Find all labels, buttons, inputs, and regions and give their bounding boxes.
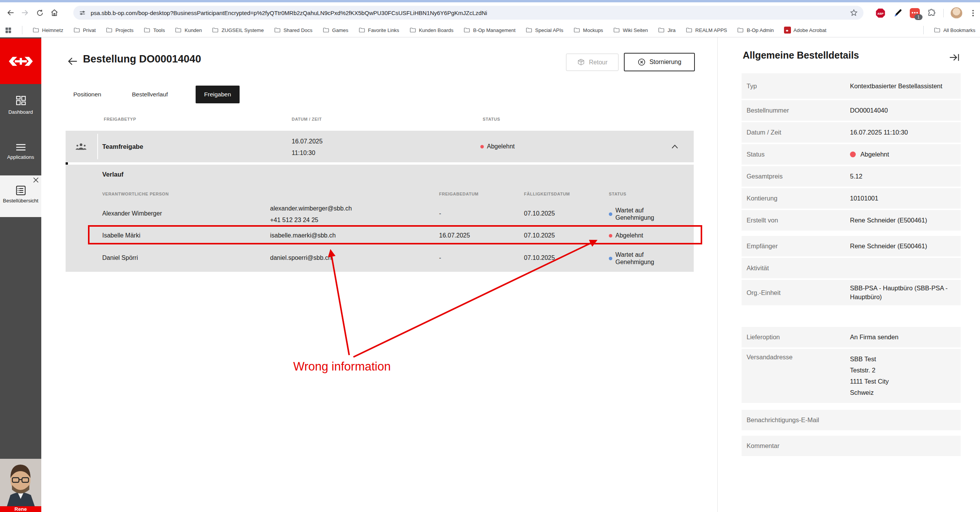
extensions-puzzle-icon[interactable] bbox=[927, 8, 936, 18]
field-value: An Firma senden bbox=[850, 333, 961, 342]
sidebar-item-label: Bestellübersicht bbox=[0, 198, 41, 204]
pen-extension-icon[interactable] bbox=[893, 8, 903, 18]
bookmark-item[interactable]: Jira bbox=[658, 27, 676, 34]
folder-icon bbox=[409, 27, 416, 34]
bookmark-label: Favorite Links bbox=[368, 27, 399, 33]
field-value: Kontextbasierter Bestellassistent bbox=[850, 82, 961, 91]
field-label: Benachrichtigungs-E-Mail bbox=[742, 416, 850, 424]
page-back-button[interactable] bbox=[67, 56, 78, 67]
bookmark-item[interactable]: B-Op Management bbox=[463, 27, 515, 34]
bookmark-item[interactable]: REALM APPS bbox=[686, 27, 727, 34]
detail-row: Benachrichtigungs-E-Mail bbox=[742, 410, 961, 430]
verlauf-section: Verlauf VERANTWORTLICHE PERSON FREIGABED… bbox=[66, 165, 694, 272]
forward-icon bbox=[21, 8, 29, 17]
status-label: Abgelehnt bbox=[860, 151, 889, 158]
approval-group-row[interactable]: Teamfreigabe 16.07.2025 11:10:30 Abgeleh… bbox=[66, 131, 694, 162]
annotation-text: Wrong information bbox=[293, 360, 391, 374]
column-header-faelligkeitsdatum: FÄLLIGKEITSDATUM bbox=[524, 192, 570, 196]
bookmark-item[interactable]: Special APIs bbox=[525, 27, 563, 34]
stornierung-button[interactable]: Stornierung bbox=[624, 53, 695, 71]
url-bar[interactable]: psa.sbb.b-op.com/bop-desktop?BusinessPar… bbox=[73, 6, 863, 20]
person-name: Alexander Wimberger bbox=[102, 210, 162, 217]
detail-row: Kontierung10101001 bbox=[742, 188, 961, 209]
url-text: psa.sbb.b-op.com/bop-desktop?BusinessPar… bbox=[91, 10, 850, 16]
address-line: Schweiz bbox=[850, 387, 958, 398]
folder-icon bbox=[573, 27, 580, 34]
sidebar-item-bestelluebersicht[interactable]: Bestellübersicht bbox=[0, 175, 41, 217]
field-value-status: Abgelehnt bbox=[850, 150, 961, 159]
bookmark-item[interactable]: Wiki Seiten bbox=[613, 27, 648, 34]
browser-profile-avatar[interactable] bbox=[951, 7, 962, 19]
site-settings-icon[interactable] bbox=[79, 9, 86, 17]
collapse-panel-button[interactable] bbox=[948, 52, 960, 63]
bookmark-item[interactable]: Heimnetz bbox=[32, 27, 63, 34]
bookmark-item[interactable]: Privat bbox=[73, 27, 96, 34]
sidebar-item-dashboard[interactable]: Dashboard bbox=[0, 95, 41, 115]
bookmark-item[interactable]: Mockups bbox=[573, 27, 603, 34]
bookmark-item[interactable]: Projects bbox=[106, 27, 133, 34]
person-email: daniel.spoerri@sbb.ch bbox=[270, 254, 331, 261]
due-date: 07.10.2025 bbox=[524, 210, 555, 217]
bookmark-item[interactable]: Tools bbox=[144, 27, 165, 34]
reload-button[interactable] bbox=[32, 5, 47, 20]
bookmark-star-icon[interactable] bbox=[850, 8, 858, 17]
extensions-row: ABP 1 bbox=[875, 5, 977, 22]
tab-bestellverlauf[interactable]: Bestellverlauf bbox=[132, 86, 168, 103]
tab-positionen[interactable]: Positionen bbox=[73, 86, 101, 103]
bookmark-label: Wiki Seiten bbox=[623, 27, 648, 33]
close-icon[interactable] bbox=[32, 176, 40, 184]
sbb-logo[interactable] bbox=[0, 39, 41, 84]
back-button[interactable] bbox=[3, 5, 18, 20]
field-label: Erstellt von bbox=[742, 217, 850, 224]
field-label: Lieferoption bbox=[742, 333, 850, 341]
bookmarks-bar: Heimnetz Privat Projects Tools Kunden ZU… bbox=[0, 23, 980, 37]
field-label: Aktivität bbox=[742, 264, 850, 272]
team-icon bbox=[76, 143, 86, 150]
status-label: Wartet auf Genehmigung bbox=[615, 251, 666, 266]
user-photo bbox=[0, 459, 41, 506]
apps-grid-icon[interactable] bbox=[5, 27, 12, 34]
tab-label: Positionen bbox=[73, 91, 101, 98]
status-dot bbox=[480, 145, 484, 148]
folder-icon bbox=[144, 27, 150, 34]
bookmark-item[interactable]: Kunden bbox=[175, 27, 202, 34]
browser-menu-icon[interactable] bbox=[969, 9, 977, 17]
home-button[interactable] bbox=[47, 5, 62, 20]
details-fields: TypKontextbasierter Bestellassistent Bes… bbox=[742, 73, 961, 458]
bookmark-label: Kunden Boards bbox=[419, 27, 454, 33]
group-datetime: 16.07.2025 11:10:30 bbox=[292, 136, 323, 159]
bookmark-label: Projects bbox=[115, 27, 133, 33]
bookmark-label: Jira bbox=[667, 27, 676, 33]
adobe-acrobat-icon bbox=[784, 27, 791, 34]
bookmark-label: Special APIs bbox=[535, 27, 563, 33]
bookmark-item[interactable]: Shared Docs bbox=[274, 27, 313, 34]
bookmark-item[interactable]: B-Op Admin bbox=[737, 27, 774, 34]
column-header-freigabedatum: FREIGABEDATUM bbox=[439, 192, 478, 196]
adblock-icon[interactable]: ABP bbox=[875, 8, 886, 19]
bookmark-item[interactable]: ZUGSEIL Systeme bbox=[212, 27, 264, 34]
bookmark-item[interactable]: Games bbox=[323, 27, 348, 34]
bookmark-label: ZUGSEIL Systeme bbox=[221, 27, 264, 33]
detail-row: Aktivität bbox=[742, 258, 961, 278]
person-email: alexander.wimberger@sbb.ch bbox=[270, 203, 352, 214]
all-bookmarks-button[interactable]: All Bookmarks bbox=[934, 27, 975, 34]
retour-button[interactable]: Retour bbox=[566, 54, 618, 71]
bookmarks-separator bbox=[923, 26, 924, 34]
page-title: Bestellung DO00014040 bbox=[83, 53, 201, 65]
bookmark-item[interactable]: Favorite Links bbox=[358, 27, 399, 34]
chevron-up-icon[interactable] bbox=[671, 145, 678, 149]
bookmark-item[interactable]: Kunden Boards bbox=[409, 27, 454, 34]
bookmark-label: Privat bbox=[83, 27, 96, 33]
bookmark-item-adobe[interactable]: Adobe Acrobat bbox=[784, 27, 826, 34]
red-extension-icon[interactable]: 1 bbox=[910, 8, 920, 18]
address-line: SBB Test bbox=[850, 354, 958, 365]
forward-button[interactable] bbox=[18, 5, 32, 20]
user-portrait[interactable] bbox=[0, 459, 41, 506]
detail-row: Erstellt vonRene Schneider (E500461) bbox=[742, 210, 961, 231]
detail-row: Gesamtpreis5.12 bbox=[742, 166, 961, 187]
tab-freigaben[interactable]: Freigaben bbox=[196, 86, 240, 103]
detail-row: BestellnummerDO00014040 bbox=[742, 100, 961, 121]
sidebar-item-applications[interactable]: Applications bbox=[0, 143, 41, 160]
bookmark-label: B-Op Management bbox=[473, 27, 515, 33]
folder-icon bbox=[525, 27, 532, 34]
